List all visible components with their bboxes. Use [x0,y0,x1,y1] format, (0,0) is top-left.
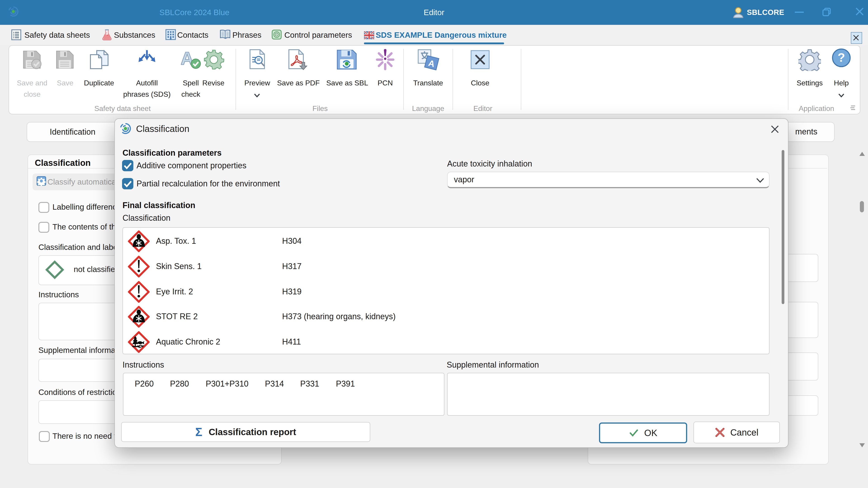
svg-text:?: ? [838,51,845,64]
